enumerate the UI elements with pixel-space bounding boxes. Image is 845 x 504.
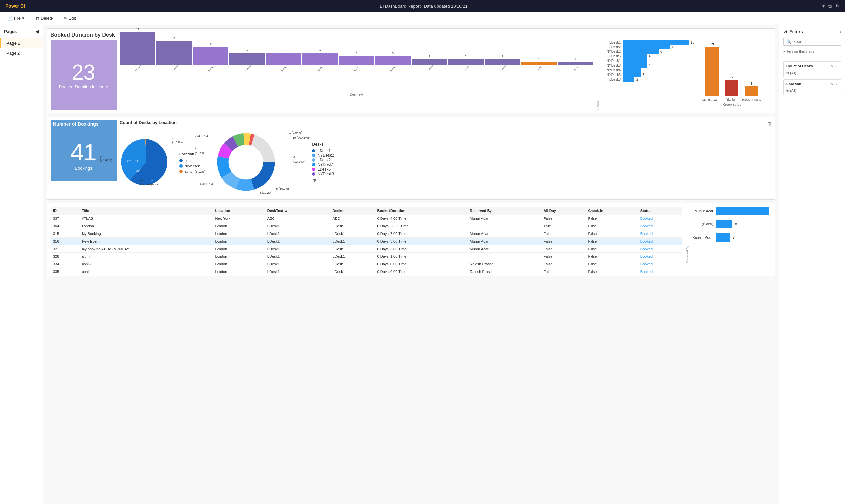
- pie-annotation-london: 32(54.24%): [140, 180, 152, 186]
- col-id: ID: [51, 206, 79, 215]
- horizontal-bar-chart-desks: Desks LDesk1 11 LDesk2 8: [596, 40, 689, 110]
- trash-icon: 🗑: [35, 16, 39, 21]
- bar-item: 4 LDesk5: [229, 49, 265, 70]
- filters-header: ⊿ Filters ›: [783, 29, 841, 34]
- bar-item: 3 NYDe...: [375, 52, 411, 70]
- donut-annotation-left-mid: 3(6.12%): [195, 147, 205, 156]
- table-section: ID Title Location DeskText ▲ Desks Booke…: [47, 203, 775, 276]
- table-row: 315 My Booking London LDesk1 LDesk1 0 Da…: [51, 230, 682, 238]
- donut-annotation-5-10: 5 (10.2%): [259, 191, 272, 194]
- bar-chart-container: 11 LDesk1 8 LDesk2 6: [120, 40, 593, 83]
- bar-item: 1 ABC: [521, 58, 557, 70]
- bar-h-item: LDesk2 8: [603, 44, 694, 49]
- reserved-by-label: Reserved By: [696, 103, 768, 106]
- refresh-icon[interactable]: ↻: [836, 3, 840, 9]
- table-bar-blank: (Blank) 8: [690, 220, 771, 229]
- search-input[interactable]: [793, 39, 843, 44]
- table-row: 316 New Event London LDesk1 LDesk1 0 Day…: [51, 238, 682, 245]
- col-status: Status: [638, 206, 682, 215]
- bookings-value: 41: [70, 139, 97, 166]
- legend-nydesk2: NYDesk2: [312, 153, 334, 158]
- filters-title: Filters: [789, 29, 803, 34]
- count-desks-title: Count of Desks by Location: [120, 120, 177, 125]
- donut-annotation-top: 1 (2.04%): [289, 131, 302, 135]
- pencil-icon: ✏: [64, 16, 67, 21]
- filter-options-icon[interactable]: ···: [783, 56, 787, 61]
- col-checkin: Check-In: [586, 206, 638, 215]
- filter-icons-location: ✕ ⌄: [830, 82, 838, 86]
- col-location: Location: [213, 206, 265, 215]
- window-restore-icon[interactable]: ⧉: [828, 3, 832, 9]
- delete-button[interactable]: 🗑 Delete: [33, 15, 55, 22]
- h-bars-container: LDesk1 11 LDesk2 8 NYDesk2 6: [603, 40, 694, 110]
- collapse-icon[interactable]: ◀: [35, 29, 39, 34]
- bookings-label: Bookings: [75, 166, 92, 170]
- bar-h-item: NYDesk2 6: [603, 49, 694, 54]
- orange-bar-blank: 5: [725, 75, 738, 96]
- count-desks-section: Count of Desks by Location ⊞: [120, 120, 771, 196]
- sidebar-item-page1[interactable]: Page 1: [0, 38, 42, 48]
- bar-item: 2 LDesk6: [485, 55, 520, 70]
- content-area: Booked Duration by Desk 23 Booked Durati…: [43, 25, 779, 504]
- booked-duration-kpi: 23 Booked Duration in Hours: [51, 40, 116, 110]
- filter-subtitle: Filters on this visual: [783, 50, 841, 53]
- pie-chart-container: 32 (44.07%) 26 (54.24%) 26(44.07%) 32(54…: [120, 136, 173, 190]
- orange-bar-munur: 19: [705, 42, 719, 96]
- col-allday: All Day: [541, 206, 586, 215]
- table-content: ID Title Location DeskText ▲ Desks Booke…: [51, 206, 771, 273]
- edit-button[interactable]: ✏ Edit: [62, 15, 78, 22]
- table-right-chart: Reserved By Munur Acar 26 (Blank) 8: [686, 206, 771, 273]
- donut-annotation-bot-right: 5 (10.2%): [276, 187, 289, 191]
- filter-row-header: Count of Desks ✕ ⌄: [784, 62, 841, 70]
- orange-bar-labels: Munur Acar (Blank) Rajesh Prasad: [696, 98, 768, 101]
- sidebar-header: Pages ◀: [0, 29, 42, 38]
- col-duration: BookedDuration: [375, 206, 467, 215]
- filter-expand-icon[interactable]: ⌄: [835, 64, 838, 68]
- legend-ldesk2: LDesk2: [312, 158, 334, 162]
- table-row: 321 my booking ATLAS MONDAY London LDesk…: [51, 245, 682, 253]
- col-title: Title: [79, 206, 213, 215]
- col-reserved: Reserved By: [467, 206, 541, 215]
- orange-bar-rajesh: 3: [745, 82, 758, 96]
- filter-clear-icon[interactable]: ✕: [830, 64, 833, 68]
- donut-legend: Desks LDesk1 NYDesk2 LDesk2 NYDesk1 LDes…: [312, 142, 334, 183]
- filter-value-location: is (All): [784, 88, 841, 95]
- data-table-wrapper[interactable]: ID Title Location DeskText ▲ Desks Booke…: [51, 206, 682, 273]
- table-chart-container: Reserved By Munur Acar 26 (Blank) 8: [686, 206, 771, 263]
- bar-h-item: LDesk1 11: [603, 40, 694, 44]
- show-more-icon[interactable]: ▼: [312, 178, 334, 183]
- col-desktext: DeskText ▲: [265, 206, 330, 215]
- file-button[interactable]: 📄 File ▾: [5, 15, 26, 22]
- booked-duration-label: Booked Duration in Hours: [59, 85, 108, 89]
- expand-icon[interactable]: ›: [839, 29, 841, 34]
- table-row: 337 ATLAS New York ABC ABC 0 Days, 4:00 …: [51, 215, 682, 222]
- bar-h-item: LDesk5 4: [603, 54, 694, 58]
- table-bar-rajesh: Rajesh Pra... 7: [690, 233, 771, 241]
- topbar: Power BI BI DashBoard Report | Data upda…: [0, 0, 845, 12]
- bar-item: 11 LDesk1: [120, 28, 156, 70]
- x-axis-label: DeskText: [120, 93, 593, 96]
- donut-annotation-left-top: 2 (4.08%): [195, 134, 208, 138]
- filter-expand-location-icon[interactable]: ⌄: [835, 82, 838, 86]
- booked-duration-value: 23: [72, 60, 95, 85]
- legend-nydesk3: NYDesk3: [312, 172, 334, 176]
- bar-item: 1 ZRH1: [557, 58, 593, 70]
- chevron-down-icon[interactable]: ▾: [822, 3, 825, 8]
- bar-h-item: NYDesk3 4: [603, 63, 694, 68]
- col-desks: Desks: [330, 206, 375, 215]
- filter-clear-location-icon[interactable]: ✕: [830, 82, 833, 86]
- table-row: 304 London London LDesk1 LDesk1 0 Days, …: [51, 222, 682, 230]
- donut-annotation-right-mid: 6(12.24%): [293, 156, 306, 164]
- legend-ldesk1: LDesk1: [312, 148, 334, 153]
- orange-bars: 19 5 3: [696, 43, 768, 96]
- filters-panel: ⊿ Filters › 🔍 Filters on this visual ···…: [779, 25, 845, 504]
- bar-item: 4 NYDe...: [266, 49, 301, 70]
- pie-annotation-ny: 26(44.07%): [100, 156, 112, 162]
- donut-chart-container: 1 (2.04%) 2 (4.08%) 3(6.12%) 3(6.12%): [213, 129, 279, 196]
- vertical-bar-chart: 11 LDesk1 8 LDesk2 6: [120, 40, 593, 110]
- bookings-kpi: 41 Bookings: [51, 128, 116, 181]
- sidebar-item-page2[interactable]: Page 2: [0, 48, 42, 58]
- y-axis-reserved-label: Reserved By: [686, 206, 689, 263]
- table-bar-munur: Munur Acar 26: [690, 206, 771, 215]
- filter-icon[interactable]: ⊞: [768, 121, 771, 126]
